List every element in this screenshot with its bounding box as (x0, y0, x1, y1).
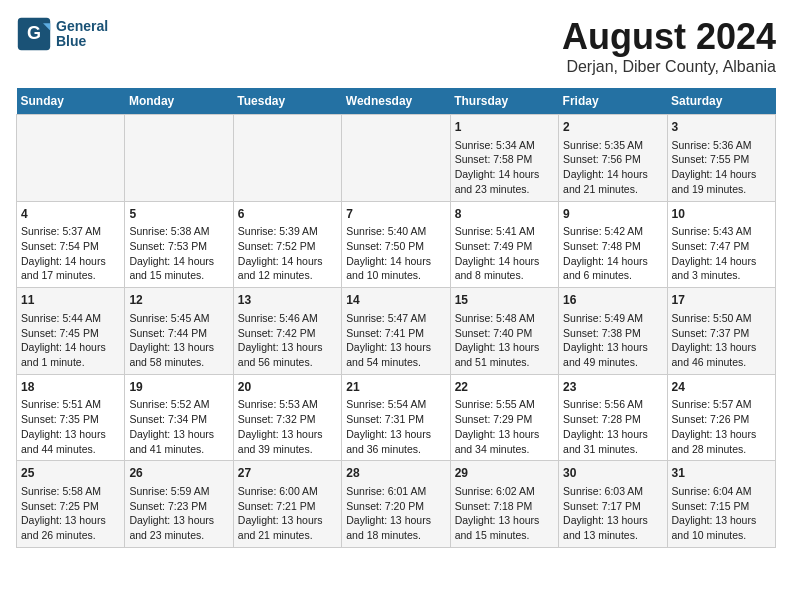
calendar-header: SundayMondayTuesdayWednesdayThursdayFrid… (17, 88, 776, 115)
calendar-day-cell: 14Sunrise: 5:47 AM Sunset: 7:41 PM Dayli… (342, 288, 450, 375)
calendar-day-cell: 2Sunrise: 5:35 AM Sunset: 7:56 PM Daylig… (559, 115, 667, 202)
day-info: Sunrise: 5:41 AM Sunset: 7:49 PM Dayligh… (455, 224, 554, 283)
calendar-day-cell: 28Sunrise: 6:01 AM Sunset: 7:20 PM Dayli… (342, 461, 450, 548)
day-of-week-header: Tuesday (233, 88, 341, 115)
day-number: 17 (672, 292, 771, 309)
day-info: Sunrise: 6:00 AM Sunset: 7:21 PM Dayligh… (238, 484, 337, 543)
page-header: G General Blue August 2024 Derjan, Diber… (16, 16, 776, 76)
day-info: Sunrise: 5:34 AM Sunset: 7:58 PM Dayligh… (455, 138, 554, 197)
day-number: 20 (238, 379, 337, 396)
day-number: 13 (238, 292, 337, 309)
day-info: Sunrise: 5:59 AM Sunset: 7:23 PM Dayligh… (129, 484, 228, 543)
day-number: 30 (563, 465, 662, 482)
calendar-week-row: 1Sunrise: 5:34 AM Sunset: 7:58 PM Daylig… (17, 115, 776, 202)
calendar-day-cell: 26Sunrise: 5:59 AM Sunset: 7:23 PM Dayli… (125, 461, 233, 548)
day-number: 2 (563, 119, 662, 136)
calendar-day-cell: 9Sunrise: 5:42 AM Sunset: 7:48 PM Daylig… (559, 201, 667, 288)
day-info: Sunrise: 5:46 AM Sunset: 7:42 PM Dayligh… (238, 311, 337, 370)
logo-text: General Blue (56, 19, 108, 50)
page-subtitle: Derjan, Diber County, Albania (562, 58, 776, 76)
day-info: Sunrise: 5:37 AM Sunset: 7:54 PM Dayligh… (21, 224, 120, 283)
calendar-day-cell: 10Sunrise: 5:43 AM Sunset: 7:47 PM Dayli… (667, 201, 775, 288)
day-number: 24 (672, 379, 771, 396)
calendar-day-cell: 22Sunrise: 5:55 AM Sunset: 7:29 PM Dayli… (450, 374, 558, 461)
logo: G General Blue (16, 16, 108, 52)
calendar-day-cell: 16Sunrise: 5:49 AM Sunset: 7:38 PM Dayli… (559, 288, 667, 375)
day-number: 29 (455, 465, 554, 482)
day-number: 21 (346, 379, 445, 396)
day-info: Sunrise: 5:44 AM Sunset: 7:45 PM Dayligh… (21, 311, 120, 370)
day-number: 22 (455, 379, 554, 396)
day-number: 19 (129, 379, 228, 396)
day-number: 14 (346, 292, 445, 309)
calendar-day-cell: 19Sunrise: 5:52 AM Sunset: 7:34 PM Dayli… (125, 374, 233, 461)
day-of-week-header: Sunday (17, 88, 125, 115)
day-number: 18 (21, 379, 120, 396)
day-number: 16 (563, 292, 662, 309)
calendar-day-cell: 30Sunrise: 6:03 AM Sunset: 7:17 PM Dayli… (559, 461, 667, 548)
day-info: Sunrise: 6:03 AM Sunset: 7:17 PM Dayligh… (563, 484, 662, 543)
day-of-week-header: Friday (559, 88, 667, 115)
day-of-week-header: Thursday (450, 88, 558, 115)
day-info: Sunrise: 5:57 AM Sunset: 7:26 PM Dayligh… (672, 397, 771, 456)
day-info: Sunrise: 6:02 AM Sunset: 7:18 PM Dayligh… (455, 484, 554, 543)
day-number: 3 (672, 119, 771, 136)
calendar-day-cell: 15Sunrise: 5:48 AM Sunset: 7:40 PM Dayli… (450, 288, 558, 375)
calendar-day-cell: 25Sunrise: 5:58 AM Sunset: 7:25 PM Dayli… (17, 461, 125, 548)
logo-line1: General (56, 19, 108, 34)
calendar-day-cell (125, 115, 233, 202)
day-info: Sunrise: 5:52 AM Sunset: 7:34 PM Dayligh… (129, 397, 228, 456)
calendar-day-cell: 1Sunrise: 5:34 AM Sunset: 7:58 PM Daylig… (450, 115, 558, 202)
calendar-day-cell: 12Sunrise: 5:45 AM Sunset: 7:44 PM Dayli… (125, 288, 233, 375)
day-number: 1 (455, 119, 554, 136)
day-number: 11 (21, 292, 120, 309)
day-number: 26 (129, 465, 228, 482)
day-info: Sunrise: 5:53 AM Sunset: 7:32 PM Dayligh… (238, 397, 337, 456)
calendar-day-cell: 27Sunrise: 6:00 AM Sunset: 7:21 PM Dayli… (233, 461, 341, 548)
day-info: Sunrise: 6:01 AM Sunset: 7:20 PM Dayligh… (346, 484, 445, 543)
day-info: Sunrise: 5:36 AM Sunset: 7:55 PM Dayligh… (672, 138, 771, 197)
day-number: 12 (129, 292, 228, 309)
day-info: Sunrise: 5:58 AM Sunset: 7:25 PM Dayligh… (21, 484, 120, 543)
title-block: August 2024 Derjan, Diber County, Albani… (562, 16, 776, 76)
calendar-day-cell: 18Sunrise: 5:51 AM Sunset: 7:35 PM Dayli… (17, 374, 125, 461)
day-number: 8 (455, 206, 554, 223)
header-row: SundayMondayTuesdayWednesdayThursdayFrid… (17, 88, 776, 115)
day-info: Sunrise: 5:35 AM Sunset: 7:56 PM Dayligh… (563, 138, 662, 197)
calendar-day-cell: 4Sunrise: 5:37 AM Sunset: 7:54 PM Daylig… (17, 201, 125, 288)
calendar-day-cell: 6Sunrise: 5:39 AM Sunset: 7:52 PM Daylig… (233, 201, 341, 288)
day-info: Sunrise: 5:43 AM Sunset: 7:47 PM Dayligh… (672, 224, 771, 283)
calendar-day-cell (17, 115, 125, 202)
svg-text:G: G (27, 23, 41, 43)
day-info: Sunrise: 5:38 AM Sunset: 7:53 PM Dayligh… (129, 224, 228, 283)
calendar-week-row: 25Sunrise: 5:58 AM Sunset: 7:25 PM Dayli… (17, 461, 776, 548)
calendar-day-cell: 24Sunrise: 5:57 AM Sunset: 7:26 PM Dayli… (667, 374, 775, 461)
calendar-day-cell: 29Sunrise: 6:02 AM Sunset: 7:18 PM Dayli… (450, 461, 558, 548)
day-number: 28 (346, 465, 445, 482)
calendar-day-cell: 21Sunrise: 5:54 AM Sunset: 7:31 PM Dayli… (342, 374, 450, 461)
logo-icon: G (16, 16, 52, 52)
day-info: Sunrise: 5:42 AM Sunset: 7:48 PM Dayligh… (563, 224, 662, 283)
day-info: Sunrise: 6:04 AM Sunset: 7:15 PM Dayligh… (672, 484, 771, 543)
day-number: 15 (455, 292, 554, 309)
calendar-day-cell: 31Sunrise: 6:04 AM Sunset: 7:15 PM Dayli… (667, 461, 775, 548)
day-info: Sunrise: 5:51 AM Sunset: 7:35 PM Dayligh… (21, 397, 120, 456)
day-number: 6 (238, 206, 337, 223)
calendar-day-cell: 20Sunrise: 5:53 AM Sunset: 7:32 PM Dayli… (233, 374, 341, 461)
calendar-day-cell (342, 115, 450, 202)
day-number: 5 (129, 206, 228, 223)
day-of-week-header: Monday (125, 88, 233, 115)
calendar-table: SundayMondayTuesdayWednesdayThursdayFrid… (16, 88, 776, 548)
day-info: Sunrise: 5:49 AM Sunset: 7:38 PM Dayligh… (563, 311, 662, 370)
calendar-week-row: 11Sunrise: 5:44 AM Sunset: 7:45 PM Dayli… (17, 288, 776, 375)
day-info: Sunrise: 5:48 AM Sunset: 7:40 PM Dayligh… (455, 311, 554, 370)
day-info: Sunrise: 5:50 AM Sunset: 7:37 PM Dayligh… (672, 311, 771, 370)
day-number: 10 (672, 206, 771, 223)
page-title: August 2024 (562, 16, 776, 58)
day-info: Sunrise: 5:45 AM Sunset: 7:44 PM Dayligh… (129, 311, 228, 370)
calendar-week-row: 18Sunrise: 5:51 AM Sunset: 7:35 PM Dayli… (17, 374, 776, 461)
day-number: 7 (346, 206, 445, 223)
day-info: Sunrise: 5:55 AM Sunset: 7:29 PM Dayligh… (455, 397, 554, 456)
calendar-week-row: 4Sunrise: 5:37 AM Sunset: 7:54 PM Daylig… (17, 201, 776, 288)
logo-line2: Blue (56, 34, 108, 49)
